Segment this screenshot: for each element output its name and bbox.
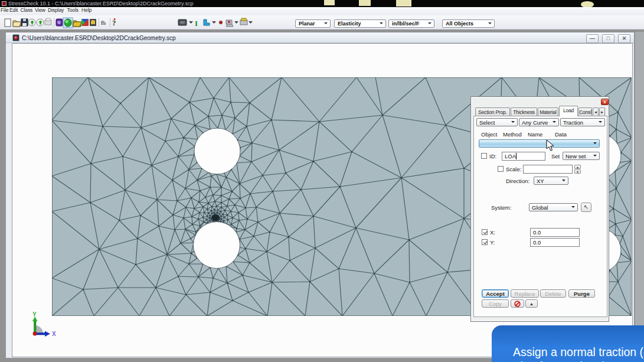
svg-text:fb: fb (101, 19, 106, 26)
svg-text:X: X (52, 331, 56, 337)
svg-text:I: I (195, 19, 198, 28)
svg-text:Y: Y (32, 311, 37, 318)
